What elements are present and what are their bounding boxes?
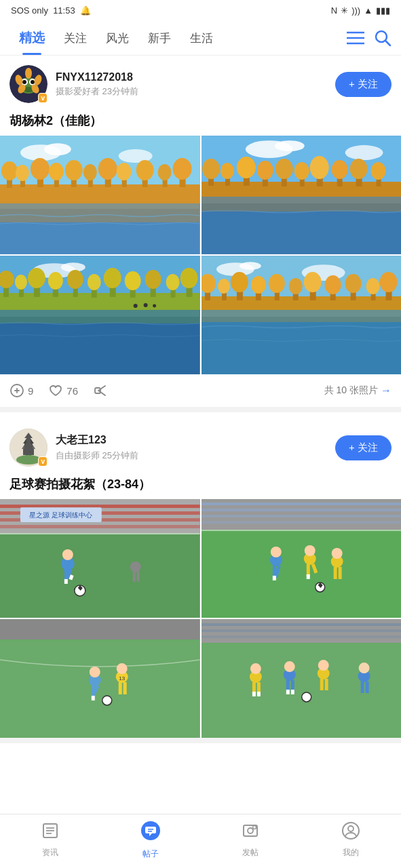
bottom-nav-wode[interactable]: 我的 <box>324 821 378 859</box>
svg-point-186 <box>270 547 281 557</box>
image-1-tl <box>0 136 200 254</box>
svg-point-236 <box>301 692 311 702</box>
tab-fengguang[interactable]: 风光 <box>96 22 138 54</box>
image-1-br <box>202 256 402 374</box>
svg-rect-238 <box>256 692 260 696</box>
tab-guanzhu[interactable]: 关注 <box>54 22 96 54</box>
svg-rect-183 <box>202 530 402 618</box>
svg-point-34 <box>83 164 97 180</box>
comment-button-1[interactable]: 9 <box>9 383 33 398</box>
svg-point-51 <box>274 140 304 151</box>
nav-tabs: 精选 关注 风光 新手 生活 <box>0 21 401 56</box>
svg-rect-196 <box>338 567 341 579</box>
svg-rect-218 <box>202 635 402 638</box>
svg-point-249 <box>248 828 253 833</box>
svg-rect-209 <box>119 682 122 694</box>
status-right: N ✳ ))) ▲ ▮▮▮ <box>331 5 390 16</box>
svg-point-57 <box>220 163 233 179</box>
svg-point-26 <box>16 165 29 181</box>
svg-point-87 <box>28 268 45 288</box>
tab-shenghuo[interactable]: 生活 <box>180 22 223 54</box>
svg-rect-176 <box>137 572 140 582</box>
search-icon[interactable] <box>374 29 392 47</box>
svg-rect-140 <box>202 310 402 322</box>
avatar-badge-1: v <box>38 93 47 103</box>
svg-rect-234 <box>360 682 364 693</box>
image-2-br <box>202 619 402 738</box>
svg-rect-237 <box>252 692 255 696</box>
post-subtitle-2: 自由摄影师 25分钟前 <box>56 450 335 462</box>
svg-point-55 <box>202 159 219 179</box>
svg-point-121 <box>230 272 248 292</box>
svg-point-127 <box>288 278 302 294</box>
avatar-badge-2: v <box>38 456 47 467</box>
svg-point-190 <box>304 545 315 556</box>
svg-point-250 <box>253 826 256 829</box>
post-footer-1: 9 76 共 10 张照片 → <box>0 374 401 407</box>
bottom-nav: 资讯 帖子 发帖 <box>0 814 401 868</box>
fabiao-label: 发帖 <box>242 847 259 859</box>
post-username-2: 大老王123 <box>56 433 335 448</box>
svg-point-20 <box>44 143 71 155</box>
svg-point-71 <box>349 159 367 179</box>
svg-point-52 <box>345 145 383 160</box>
tab-jingxuan[interactable]: 精选 <box>9 21 54 55</box>
svg-rect-179 <box>202 502 402 505</box>
menu-icon[interactable] <box>347 31 364 45</box>
image-grid-2: 星之源 足球训练中心 <box>0 499 401 738</box>
like-count-1: 76 <box>66 385 78 397</box>
svg-point-135 <box>366 278 379 294</box>
svg-point-119 <box>217 279 229 294</box>
comment-count-1: 9 <box>28 385 33 397</box>
photo-count-1: 共 10 张照片 → <box>324 384 392 397</box>
image-1-bl <box>0 256 200 374</box>
like-button-1[interactable]: 76 <box>48 383 78 398</box>
svg-point-14 <box>25 68 32 79</box>
zixun-icon <box>41 821 60 845</box>
svg-point-194 <box>331 548 342 559</box>
svg-point-59 <box>236 157 255 178</box>
share-button-1[interactable] <box>93 383 108 398</box>
bottom-nav-fabiao[interactable]: 发帖 <box>223 821 278 859</box>
svg-rect-147 <box>23 449 34 455</box>
svg-point-204 <box>90 667 100 677</box>
zixun-label: 资讯 <box>42 847 58 859</box>
svg-rect-76 <box>202 197 402 212</box>
svg-text:13: 13 <box>119 675 125 682</box>
image-1-tr <box>202 136 402 254</box>
svg-point-252 <box>348 826 354 831</box>
svg-point-40 <box>136 160 154 180</box>
post-card-2: v 大老王123 自由摄影师 25分钟前 + 关注 足球赛拍摄花絮（23-84） <box>0 419 401 743</box>
post-header-1: v FNYX11272018 摄影爱好者 23分钟前 + 关注 <box>0 56 401 110</box>
svg-point-109 <box>153 304 156 308</box>
svg-rect-235 <box>365 682 368 693</box>
svg-point-233 <box>358 663 369 673</box>
svg-point-97 <box>125 271 141 290</box>
bottom-nav-tiezi[interactable]: 帖子 <box>123 820 178 860</box>
svg-point-174 <box>130 561 141 572</box>
svg-rect-217 <box>202 629 402 632</box>
nav-right-icons <box>347 29 392 47</box>
svg-point-63 <box>275 159 292 179</box>
tab-xinshou[interactable]: 新手 <box>138 22 180 54</box>
svg-rect-216 <box>202 623 402 626</box>
svg-point-42 <box>158 164 172 180</box>
follow-button-2[interactable]: + 关注 <box>335 435 392 460</box>
svg-point-36 <box>98 158 117 180</box>
svg-point-44 <box>173 158 192 180</box>
svg-rect-201 <box>0 619 200 639</box>
svg-rect-81 <box>0 293 200 310</box>
svg-point-125 <box>268 274 284 293</box>
post-card-1: v FNYX11272018 摄影爱好者 23分钟前 + 关注 胡杨林2（佳能） <box>0 56 401 412</box>
svg-rect-198 <box>272 576 275 580</box>
svg-point-229 <box>318 660 328 671</box>
wode-label: 我的 <box>343 847 359 859</box>
image-2-tl: 星之源 足球训练中心 <box>0 499 200 618</box>
wifi-icon: ))) <box>351 5 360 16</box>
svg-point-101 <box>166 274 180 290</box>
avatar-wrap-1: v <box>9 65 47 103</box>
wode-icon <box>341 821 360 845</box>
follow-button-1[interactable]: + 关注 <box>335 72 392 97</box>
svg-rect-248 <box>244 825 257 836</box>
bottom-nav-zixun[interactable]: 资讯 <box>23 821 77 859</box>
